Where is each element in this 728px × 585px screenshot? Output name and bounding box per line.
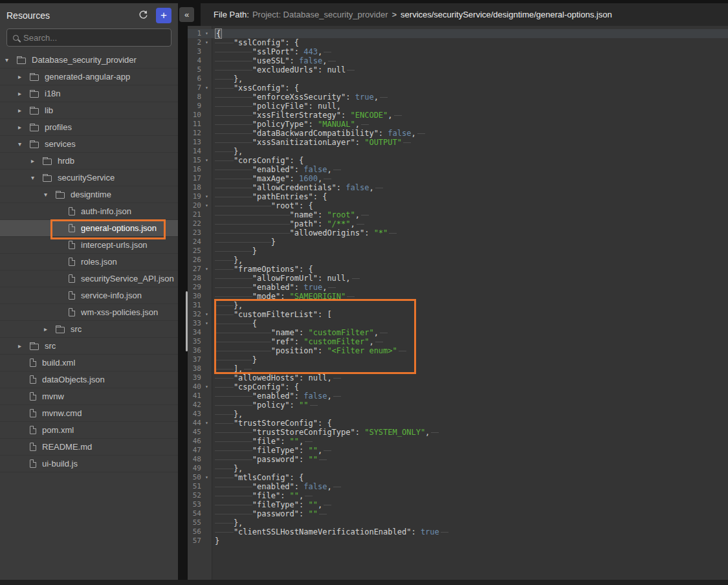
fold-toggle-icon[interactable]: ▾ [201, 473, 212, 482]
code-line[interactable]: 54 "password": "" [188, 509, 728, 518]
code-line[interactable]: 20 ▾ "root": { [188, 201, 728, 210]
fold-toggle-icon[interactable]: ▾ [201, 419, 212, 428]
refresh-button[interactable] [136, 8, 150, 23]
search-box[interactable] [6, 28, 171, 47]
tree-folder-src[interactable]: ▸ src [0, 321, 178, 338]
tree-folder-lib[interactable]: ▸ lib [0, 102, 178, 119]
tree-folder-generated-angular-app[interactable]: ▸ generated-angular-app [0, 69, 178, 85]
code-line[interactable]: 15 ▾ "corsConfig": { [188, 156, 728, 165]
fold-toggle-icon[interactable]: ▾ [201, 83, 212, 93]
fold-toggle-icon[interactable] [201, 56, 212, 65]
expander-icon[interactable]: ▾ [5, 56, 17, 63]
fold-toggle-icon[interactable] [201, 65, 212, 74]
fold-toggle-icon[interactable] [201, 102, 212, 111]
tree-file-wm-xss-policies.json[interactable]: wm-xss-policies.json [0, 304, 178, 321]
tree-file-general-options.json[interactable]: general-options.json [0, 220, 178, 237]
fold-toggle-icon[interactable] [201, 74, 212, 83]
fold-toggle-icon[interactable] [201, 274, 212, 283]
fold-toggle-icon[interactable] [201, 500, 212, 509]
code-line[interactable]: 40 ▾ "cspConfig": { [188, 382, 728, 392]
code-line[interactable]: 53 "fileType": "", [188, 500, 728, 509]
fold-toggle-icon[interactable] [201, 328, 212, 337]
code-line[interactable]: 25 } [188, 247, 728, 256]
fold-toggle-icon[interactable] [201, 165, 212, 174]
code-line[interactable]: 17 "maxAge": 1600, [188, 174, 728, 183]
code-line[interactable]: 18 "allowCredentials": false, [188, 183, 728, 192]
fold-toggle-icon[interactable] [201, 120, 212, 129]
fold-toggle-icon[interactable] [201, 283, 212, 292]
code-line[interactable]: 52 "file": "", [188, 491, 728, 500]
code-editor[interactable]: 1 ▾ { 2 ▾ "sslConfig": { 3 "sslPort": 44… [188, 26, 728, 580]
fold-toggle-icon[interactable] [201, 346, 212, 355]
tree-file-build.xml[interactable]: build.xml [0, 355, 178, 371]
code-line[interactable]: 29 "enabled": true, [188, 283, 728, 292]
code-line[interactable]: 46 "file": "", [188, 437, 728, 446]
fold-toggle-icon[interactable] [201, 364, 212, 373]
fold-toggle-icon[interactable] [201, 292, 212, 301]
code-line[interactable]: 28 "allowFromUrl": null, [188, 274, 728, 283]
code-line[interactable]: 32 ▾ "customFilterList": [ [188, 310, 728, 319]
code-line[interactable]: 43 }, [188, 410, 728, 419]
code-line[interactable]: 24 } [188, 237, 728, 247]
fold-toggle-icon[interactable] [201, 183, 212, 192]
fold-toggle-icon[interactable] [201, 428, 212, 437]
fold-toggle-icon[interactable]: ▾ [201, 29, 212, 38]
fold-toggle-icon[interactable] [201, 256, 212, 265]
expander-icon[interactable]: ▸ [44, 326, 56, 333]
search-input[interactable] [23, 33, 165, 43]
fold-toggle-icon[interactable] [201, 373, 212, 382]
fold-toggle-icon[interactable] [201, 392, 212, 401]
tree-file-mvnw.cmd[interactable]: mvnw.cmd [0, 405, 178, 422]
tree-folder-profiles[interactable]: ▸ profiles [0, 119, 178, 136]
code-line[interactable]: 22 "path": "/**", [188, 219, 728, 228]
code-line[interactable]: 33 ▾ { [188, 319, 728, 328]
tree-file-auth-info.json[interactable]: auth-info.json [0, 203, 178, 220]
tree-file-service-info.json[interactable]: service-info.json [0, 287, 178, 304]
expander-icon[interactable]: ▾ [44, 191, 56, 198]
fold-toggle-icon[interactable]: ▾ [201, 382, 212, 392]
expander-icon[interactable]: ▾ [31, 174, 43, 181]
fold-toggle-icon[interactable] [201, 491, 212, 500]
fold-toggle-icon[interactable] [201, 147, 212, 156]
code-line[interactable]: 57 } [188, 536, 728, 546]
fold-toggle-icon[interactable] [201, 410, 212, 419]
code-line[interactable]: 37 } [188, 355, 728, 364]
code-line[interactable]: 21 "name": "root", [188, 210, 728, 219]
fold-toggle-icon[interactable]: ▾ [201, 156, 212, 165]
code-line[interactable]: 50 ▾ "mtlsConfig": { [188, 473, 728, 482]
tree-file-ui-build.js[interactable]: ui-build.js [0, 456, 178, 472]
fold-toggle-icon[interactable]: ▾ [201, 265, 212, 274]
code-line[interactable]: 8 "enforceXssSecurity": true, [188, 93, 728, 102]
expander-icon[interactable]: ▸ [18, 107, 30, 114]
fold-toggle-icon[interactable]: ▾ [201, 319, 212, 328]
expander-icon[interactable]: ▸ [18, 90, 30, 97]
fold-toggle-icon[interactable] [201, 446, 212, 455]
code-line[interactable]: 7 ▾ "xssConfig": { [188, 83, 728, 93]
fold-toggle-icon[interactable] [201, 237, 212, 247]
code-line[interactable]: 12 "dataBackwardCompatibility": false, [188, 129, 728, 138]
code-line[interactable]: 30 "mode": "SAMEORIGIN" [188, 292, 728, 301]
tree-file-securityService_API.json[interactable]: securityService_API.json [0, 270, 178, 287]
fold-toggle-icon[interactable]: ▾ [201, 201, 212, 210]
code-line[interactable]: 49 }, [188, 464, 728, 473]
fold-toggle-icon[interactable] [201, 518, 212, 527]
code-line[interactable]: 10 "xssFilterStrategy": "ENCODE", [188, 111, 728, 120]
tree-file-intercept-urls.json[interactable]: intercept-urls.json [0, 237, 178, 254]
tree-folder-securityService[interactable]: ▾ securityService [0, 170, 178, 186]
fold-toggle-icon[interactable] [201, 228, 212, 237]
fold-toggle-icon[interactable] [201, 174, 212, 183]
code-line[interactable]: 41 "enabled": false, [188, 392, 728, 401]
tree-folder-i18n[interactable]: ▸ i18n [0, 85, 178, 102]
code-line[interactable]: 2 ▾ "sslConfig": { [188, 38, 728, 47]
code-line[interactable]: 36 "position": "<Filter enum>" [188, 346, 728, 355]
fold-toggle-icon[interactable]: ▾ [201, 38, 212, 47]
fold-toggle-icon[interactable] [201, 482, 212, 491]
tree-file-pom.xml[interactable]: pom.xml [0, 422, 178, 439]
fold-toggle-icon[interactable] [201, 509, 212, 518]
fold-toggle-icon[interactable] [201, 536, 212, 546]
code-line[interactable]: 19 ▾ "pathEntries": { [188, 192, 728, 201]
code-line[interactable]: 16 "enabled": false, [188, 165, 728, 174]
code-line[interactable]: 26 }, [188, 256, 728, 265]
fold-toggle-icon[interactable] [201, 401, 212, 410]
code-line[interactable]: 45 "trustStoreConfigType": "SYSTEM_ONLY"… [188, 428, 728, 437]
